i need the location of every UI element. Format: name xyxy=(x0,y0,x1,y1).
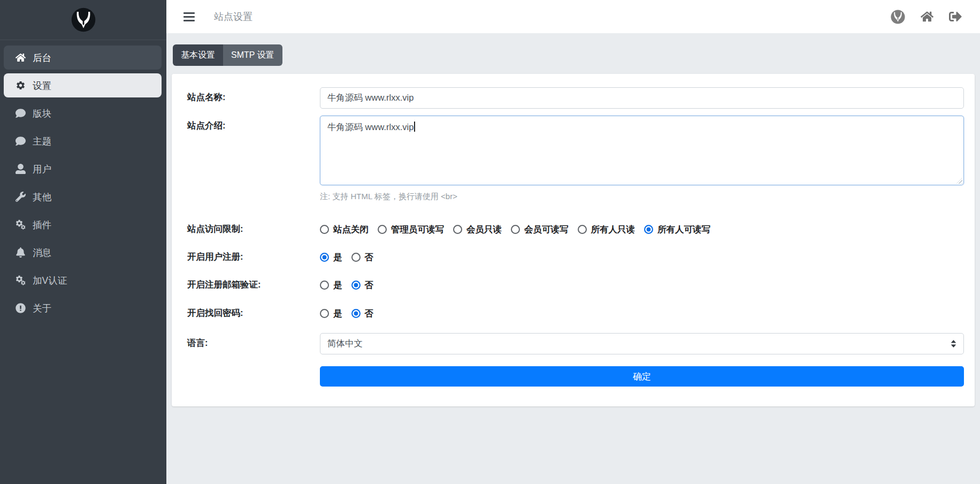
radio-unselected-icon[interactable] xyxy=(351,253,361,262)
radio-option[interactable]: 是 xyxy=(320,252,342,263)
site-name-row: 站点名称: xyxy=(182,87,964,109)
password-reset-label: 开启找回密码: xyxy=(182,306,320,319)
radio-option[interactable]: 否 xyxy=(351,308,374,320)
radio-label: 管理员可读写 xyxy=(391,224,444,236)
email-verify-row: 开启注册邮箱验证: 是否 xyxy=(182,278,964,292)
sidebar-menu: 后台设置版块主题用户其他插件消息加V认证关于 xyxy=(0,40,166,324)
home-icon xyxy=(921,10,933,23)
radio-unselected-icon[interactable] xyxy=(578,225,587,234)
site-intro-row: 站点介绍: 牛角源码 www.rlxx.vip 注: 支持 HTML 标签，换行… xyxy=(182,116,964,202)
radio-label: 否 xyxy=(365,308,374,320)
menu-toggle-button[interactable] xyxy=(181,10,197,24)
sidebar-item-forums[interactable]: 版块 xyxy=(4,101,162,125)
radio-label: 站点关闭 xyxy=(333,224,369,236)
radio-label: 是 xyxy=(333,279,342,291)
register-radio-group: 是否 xyxy=(320,250,964,264)
sidebar-item-verification[interactable]: 加V认证 xyxy=(4,268,162,292)
sidebar-item-label: 主题 xyxy=(33,135,51,148)
sidebar-item-label: 设置 xyxy=(33,79,51,92)
radio-option[interactable]: 站点关闭 xyxy=(320,224,369,236)
tab-basic-settings[interactable]: 基本设置 xyxy=(173,44,223,66)
radio-label: 会员可读写 xyxy=(524,224,569,236)
submit-row: 确定 xyxy=(182,366,964,387)
radio-option[interactable]: 是 xyxy=(320,308,342,320)
radio-option[interactable]: 所有人只读 xyxy=(578,224,636,236)
sidebar-item-label: 关于 xyxy=(33,302,51,315)
radio-option[interactable]: 会员只读 xyxy=(453,224,502,236)
radio-selected-icon[interactable] xyxy=(320,253,329,262)
sidebar-item-label: 后台 xyxy=(33,51,51,64)
logo-button[interactable] xyxy=(891,10,905,24)
sidebar-item-users[interactable]: 用户 xyxy=(4,157,162,181)
sidebar-item-label: 插件 xyxy=(33,218,51,231)
select-arrows-icon xyxy=(950,339,957,348)
sidebar-item-settings[interactable]: 设置 xyxy=(4,73,162,97)
site-intro-textarea[interactable]: 牛角源码 www.rlxx.vip xyxy=(320,116,964,185)
settings-card: 站点名称: 站点介绍: 牛角源码 www.rlxx.vip 注: 支持 HTML… xyxy=(172,74,975,406)
sidebar-item-others[interactable]: 其他 xyxy=(4,185,162,209)
settings-tabs: 基本设置SMTP 设置 xyxy=(173,44,282,66)
sidebar-item-about[interactable]: 关于 xyxy=(4,296,162,320)
radio-option[interactable]: 是 xyxy=(320,279,342,291)
topbar-actions xyxy=(891,10,965,24)
confirm-button[interactable]: 确定 xyxy=(320,366,964,387)
sidebar-item-label: 加V认证 xyxy=(33,274,67,287)
home-button[interactable] xyxy=(921,10,933,23)
access-limit-row: 站点访问限制: 站点关闭管理员可读写会员只读会员可读写所有人只读所有人可读写 xyxy=(182,222,964,236)
radio-label: 所有人只读 xyxy=(591,224,636,236)
topbar: 站点设置 xyxy=(166,0,980,33)
sidebar-item-backend[interactable]: 后台 xyxy=(4,46,162,70)
password-reset-radio-group: 是否 xyxy=(320,306,964,320)
comment-icon xyxy=(14,108,26,119)
access-limit-radio-group: 站点关闭管理员可读写会员只读会员可读写所有人只读所有人可读写 xyxy=(320,222,964,236)
sidebar-item-plugins[interactable]: 插件 xyxy=(4,213,162,237)
resize-grip-icon[interactable] xyxy=(956,178,962,184)
cogs-icon xyxy=(14,220,26,230)
bell-icon xyxy=(14,247,26,258)
radio-label: 是 xyxy=(333,308,342,320)
logout-button[interactable] xyxy=(949,10,962,23)
email-verify-radio-group: 是否 xyxy=(320,278,964,292)
radio-unselected-icon[interactable] xyxy=(378,225,387,234)
radio-unselected-icon[interactable] xyxy=(453,225,462,234)
radio-unselected-icon[interactable] xyxy=(320,281,329,290)
radio-option[interactable]: 否 xyxy=(351,279,374,291)
password-reset-row: 开启找回密码: 是否 xyxy=(182,306,964,320)
site-name-label: 站点名称: xyxy=(182,87,320,103)
sidebar-item-label: 用户 xyxy=(33,163,51,176)
info-circle-icon xyxy=(14,303,26,314)
cogs-icon xyxy=(14,275,26,286)
radio-option[interactable]: 会员可读写 xyxy=(511,224,569,236)
site-logo[interactable] xyxy=(0,0,166,40)
tab-smtp-settings[interactable]: SMTP 设置 xyxy=(223,44,282,66)
language-select[interactable]: 简体中文 xyxy=(320,333,964,354)
radio-unselected-icon[interactable] xyxy=(511,225,520,234)
site-intro-text: 牛角源码 www.rlxx.vip xyxy=(327,122,414,132)
wrench-icon xyxy=(14,192,26,202)
radio-selected-icon[interactable] xyxy=(644,225,653,234)
radio-selected-icon[interactable] xyxy=(351,309,361,318)
language-row: 语言: 简体中文 xyxy=(182,333,964,354)
radio-selected-icon[interactable] xyxy=(351,281,361,290)
radio-label: 否 xyxy=(365,252,374,263)
email-verify-label: 开启注册邮箱验证: xyxy=(182,278,320,291)
bull-logo-icon xyxy=(891,10,905,24)
access-limit-label: 站点访问限制: xyxy=(182,222,320,235)
language-label: 语言: xyxy=(182,333,320,349)
radio-unselected-icon[interactable] xyxy=(320,225,329,234)
radio-unselected-icon[interactable] xyxy=(320,309,329,318)
radio-option[interactable]: 否 xyxy=(351,252,374,263)
site-name-input[interactable] xyxy=(320,87,964,109)
sidebar: 后台设置版块主题用户其他插件消息加V认证关于 xyxy=(0,0,166,484)
sidebar-item-messages[interactable]: 消息 xyxy=(4,240,162,264)
user-icon xyxy=(14,164,26,175)
gear-icon xyxy=(14,80,26,91)
radio-option[interactable]: 管理员可读写 xyxy=(378,224,444,236)
radio-option[interactable]: 所有人可读写 xyxy=(644,224,710,236)
radio-label: 否 xyxy=(365,279,374,291)
register-row: 开启用户注册: 是否 xyxy=(182,250,964,264)
bull-logo-icon xyxy=(71,7,96,32)
sidebar-item-topics[interactable]: 主题 xyxy=(4,129,162,153)
register-label: 开启用户注册: xyxy=(182,250,320,263)
sidebar-item-label: 其他 xyxy=(33,191,51,203)
